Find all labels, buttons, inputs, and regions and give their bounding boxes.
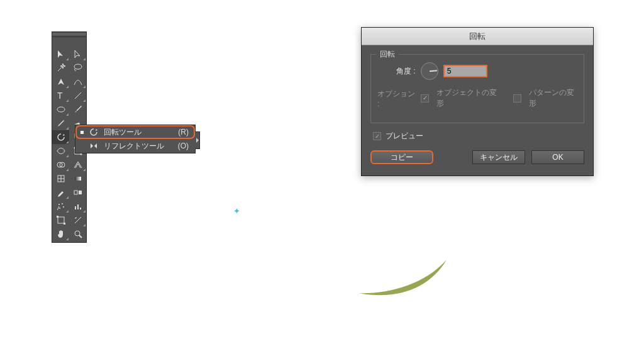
perspective-grid-tool[interactable]	[69, 158, 86, 172]
svg-point-3	[57, 107, 65, 112]
svg-line-27	[79, 235, 82, 238]
dialog-titlebar[interactable]: 回転	[362, 28, 593, 45]
selection-tool[interactable]	[52, 47, 69, 61]
direct-selection-tool[interactable]	[69, 47, 86, 61]
ok-button-label: OK	[552, 153, 563, 162]
mesh-tool[interactable]	[52, 172, 69, 186]
active-indicator-icon	[80, 131, 84, 134]
fieldset-legend: 回転	[376, 49, 399, 60]
transform-patterns-checkbox	[513, 94, 521, 103]
panel-handle[interactable]	[52, 33, 86, 37]
magic-wand-tool[interactable]	[52, 61, 69, 75]
slice-tool[interactable]	[69, 213, 86, 227]
svg-point-26	[75, 231, 80, 236]
preview-label: プレビュー	[386, 131, 423, 140]
rotate-dialog: 回転 回転 角度 : オプション : オブジェクトの変形 パターンの変形 プレビ…	[361, 27, 594, 176]
svg-rect-15	[79, 191, 82, 194]
rotation-center-icon: ✦	[233, 206, 240, 216]
blend-tool[interactable]	[69, 186, 86, 199]
copy-button-label: コピー	[391, 152, 413, 163]
preview-checkbox[interactable]	[373, 132, 381, 140]
rotate-tool-flyout: 回転ツール (R) リフレクトツール (O)	[75, 125, 196, 153]
rotate-icon	[89, 127, 99, 137]
ellipse-tool[interactable]	[52, 103, 69, 116]
pen-tool[interactable]	[52, 75, 69, 89]
svg-rect-14	[74, 191, 77, 194]
width-tool[interactable]	[52, 144, 69, 158]
flyout-item-hotkey: (R)	[178, 128, 189, 136]
angle-label: 角度 :	[396, 66, 416, 77]
svg-point-16	[58, 204, 60, 205]
reflect-icon	[89, 141, 99, 151]
lasso-tool[interactable]	[69, 61, 86, 75]
cancel-button-label: キャンセル	[480, 152, 518, 163]
symbol-sprayer-tool[interactable]	[52, 199, 69, 213]
gradient-tool[interactable]	[69, 172, 86, 186]
type-tool[interactable]: T	[52, 89, 69, 103]
flyout-item-rotate[interactable]: 回転ツール (R)	[75, 125, 195, 139]
ok-button[interactable]: OK	[531, 150, 584, 164]
svg-rect-24	[57, 216, 58, 218]
transform-patterns-label: パターンの変形	[529, 87, 577, 109]
rotate-fieldset: 回転 角度 : オプション : オブジェクトの変形 パターンの変形	[370, 54, 584, 123]
svg-rect-23	[58, 217, 64, 223]
svg-rect-13	[75, 177, 81, 181]
pencil-tool[interactable]	[52, 116, 69, 130]
artwork-shape	[355, 257, 450, 298]
transform-objects-label: オブジェクトの変形	[436, 87, 499, 109]
line-segment-tool[interactable]	[69, 89, 86, 103]
svg-rect-22	[80, 208, 81, 209]
artboard-tool[interactable]	[52, 213, 69, 227]
flyout-item-label: 回転ツール	[104, 127, 142, 138]
column-graph-tool[interactable]	[69, 199, 86, 213]
svg-text:T: T	[57, 91, 63, 101]
svg-rect-20	[75, 206, 76, 209]
angle-input[interactable]	[443, 65, 487, 77]
svg-point-0	[74, 64, 82, 69]
paintbrush-tool[interactable]	[69, 103, 86, 116]
flyout-item-label: リフレクトツール	[104, 141, 164, 152]
eyedropper-tool[interactable]	[52, 186, 69, 199]
flyout-item-reflect[interactable]: リフレクトツール (O)	[75, 139, 195, 153]
copy-button[interactable]: コピー	[370, 150, 433, 164]
svg-rect-21	[77, 204, 79, 209]
shape-builder-tool[interactable]	[52, 158, 69, 172]
transform-objects-checkbox	[421, 94, 428, 103]
svg-point-18	[63, 206, 64, 208]
curvature-pen-tool[interactable]	[69, 75, 86, 89]
svg-line-2	[75, 92, 81, 99]
hand-tool[interactable]	[52, 227, 69, 241]
dialog-title: 回転	[469, 31, 486, 42]
zoom-tool[interactable]	[69, 227, 86, 241]
rotate-tool[interactable]	[52, 130, 69, 144]
cancel-button[interactable]: キャンセル	[472, 150, 525, 164]
svg-point-19	[59, 208, 60, 209]
svg-rect-25	[64, 223, 65, 225]
angle-dial[interactable]	[421, 62, 438, 80]
svg-point-17	[62, 203, 63, 204]
option-label: オプション :	[377, 89, 416, 108]
flyout-tearoff-handle[interactable]	[195, 131, 200, 149]
flyout-item-hotkey: (O)	[178, 142, 189, 150]
